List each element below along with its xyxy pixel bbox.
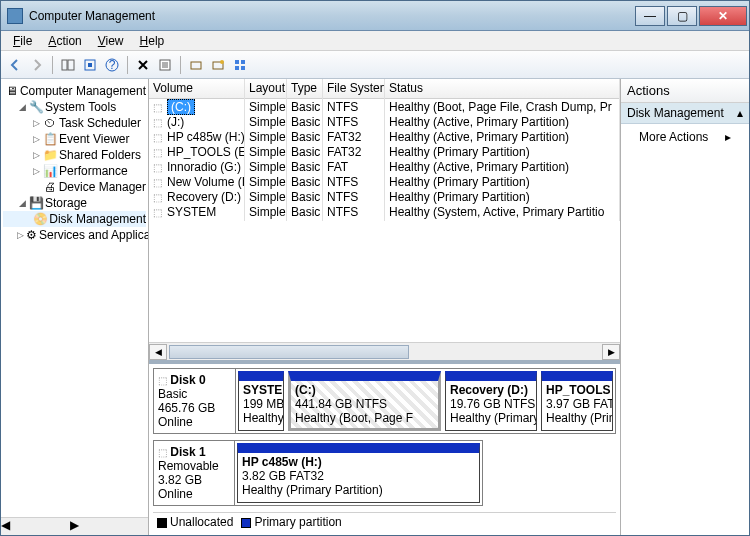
legend-primary-icon [241, 518, 251, 528]
tree-event-viewer[interactable]: ▷📋Event Viewer [3, 131, 146, 147]
legend-primary: Primary partition [254, 515, 341, 529]
maximize-button[interactable]: ▢ [667, 6, 697, 26]
legend-unalloc: Unallocated [170, 515, 233, 529]
svg-rect-9 [235, 60, 239, 64]
tree-device-manager[interactable]: 🖨Device Manager [3, 179, 146, 195]
col-volume[interactable]: Volume [149, 79, 245, 98]
main-pane: Volume Layout Type File System Status ⬚(… [149, 79, 621, 535]
show-hide-icon[interactable] [58, 55, 78, 75]
svg-rect-12 [241, 66, 245, 70]
col-status[interactable]: Status [385, 79, 620, 98]
volume-list: Volume Layout Type File System Status ⬚(… [149, 79, 620, 342]
menubar: File Action View Help [1, 31, 749, 51]
col-fs[interactable]: File System [323, 79, 385, 98]
event-icon: 📋 [43, 132, 57, 146]
perf-icon: 📊 [43, 164, 57, 178]
svg-rect-6 [191, 62, 201, 69]
device-icon: 🖨 [43, 180, 57, 194]
toolbar: ? [1, 51, 749, 79]
menu-file[interactable]: File [5, 32, 40, 50]
part-h[interactable]: HP c485w (H:)3.82 GB FAT32Healthy (Prima… [237, 443, 480, 503]
tree-storage[interactable]: ◢💾Storage [3, 195, 146, 211]
col-type[interactable]: Type [287, 79, 323, 98]
disk1-info[interactable]: ⬚ Disk 1 Removable 3.82 GB Online [153, 440, 235, 506]
menu-action[interactable]: Action [40, 32, 89, 50]
menu-view[interactable]: View [90, 32, 132, 50]
app-icon [7, 8, 23, 24]
delete-icon[interactable] [133, 55, 153, 75]
tree-system-tools[interactable]: ◢🔧System Tools [3, 99, 146, 115]
tree-scrollbar[interactable]: ◀▶ [1, 517, 148, 535]
part-recovery[interactable]: Recovery (D:)19.76 GB NTFSHealthy (Prima… [445, 371, 537, 431]
tree-disk-management[interactable]: 📀Disk Management [3, 211, 146, 227]
disk-icon: 📀 [33, 212, 47, 226]
tree-shared-folders[interactable]: ▷📁Shared Folders [3, 147, 146, 163]
legend: Unallocated Primary partition [153, 512, 616, 531]
action3-icon[interactable] [230, 55, 250, 75]
storage-icon: 💾 [29, 196, 43, 210]
tree-task-scheduler[interactable]: ▷⏲Task Scheduler [3, 115, 146, 131]
chevron-right-icon: ▸ [725, 130, 731, 144]
properties-icon[interactable] [155, 55, 175, 75]
window-title: Computer Management [29, 9, 633, 23]
part-hptools[interactable]: HP_TOOLS (3.97 GB FAT3Healthy (Prin [541, 371, 613, 431]
svg-rect-0 [62, 60, 67, 70]
close-button[interactable]: ✕ [699, 6, 747, 26]
action1-icon[interactable] [186, 55, 206, 75]
minimize-button[interactable]: — [635, 6, 665, 26]
tree-services[interactable]: ▷⚙Services and Applications [3, 227, 146, 243]
tree-performance[interactable]: ▷📊Performance [3, 163, 146, 179]
tools-icon: 🔧 [29, 100, 43, 114]
svg-rect-1 [68, 60, 74, 70]
disk-graph: ⬚ Disk 0 Basic 465.76 GB Online SYSTEM19… [149, 360, 620, 535]
svg-rect-10 [241, 60, 245, 64]
actions-category[interactable]: Disk Management▴ [621, 103, 749, 124]
svg-rect-11 [235, 66, 239, 70]
disk0-info[interactable]: ⬚ Disk 0 Basic 465.76 GB Online [154, 369, 236, 433]
titlebar: Computer Management — ▢ ✕ [1, 1, 749, 31]
volumes-scrollbar[interactable]: ◀▶ [149, 342, 620, 360]
action-more[interactable]: More Actions▸ [621, 124, 749, 150]
nav-tree: 🖥Computer Management ◢🔧System Tools ▷⏲Ta… [1, 79, 149, 535]
folder-icon: 📁 [43, 148, 57, 162]
help-icon[interactable]: ? [102, 55, 122, 75]
svg-text:?: ? [109, 58, 116, 72]
collapse-icon: ▴ [737, 106, 743, 120]
actions-header: Actions [621, 79, 749, 103]
services-icon: ⚙ [26, 228, 37, 242]
tree-root[interactable]: 🖥Computer Management [3, 83, 146, 99]
menu-help[interactable]: Help [132, 32, 173, 50]
volume-row[interactable]: ⬚SYSTEMSimpleBasicNTFSHealthy (System, A… [149, 204, 620, 219]
clock-icon: ⏲ [43, 116, 57, 130]
part-c[interactable]: (C:)441.84 GB NTFSHealthy (Boot, Page F [288, 371, 441, 431]
legend-unalloc-icon [157, 518, 167, 528]
col-layout[interactable]: Layout [245, 79, 287, 98]
disk0-row: ⬚ Disk 0 Basic 465.76 GB Online SYSTEM19… [153, 368, 616, 434]
computer-icon: 🖥 [6, 84, 18, 98]
svg-point-8 [220, 60, 224, 64]
refresh-icon[interactable] [80, 55, 100, 75]
part-system[interactable]: SYSTEM199 MBHealthy [238, 371, 284, 431]
disk1-row: ⬚ Disk 1 Removable 3.82 GB Online HP c48… [153, 440, 616, 506]
forward-icon[interactable] [27, 55, 47, 75]
actions-pane: Actions Disk Management▴ More Actions▸ [621, 79, 749, 535]
action2-icon[interactable] [208, 55, 228, 75]
back-icon[interactable] [5, 55, 25, 75]
